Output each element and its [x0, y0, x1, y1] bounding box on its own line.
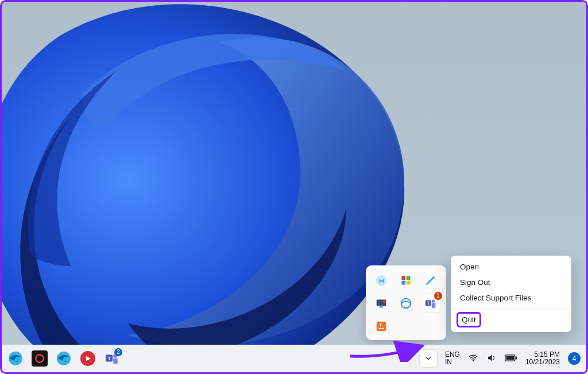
tray-icon-teams[interactable]: T 1 [421, 294, 440, 313]
wifi-icon[interactable] [468, 353, 478, 365]
tray-icon-edge-ie[interactable] [397, 294, 415, 313]
language-indicator[interactable]: ENG IN [445, 351, 460, 365]
taskbar-app-record[interactable] [80, 350, 96, 367]
tray-overflow-popup: ⋈ T 1 [366, 265, 446, 340]
svg-rect-3 [407, 276, 411, 280]
tray-icon-java[interactable] [372, 317, 390, 336]
screenshot-frame: ⋈ T 1 Open Sign Out Collect Support File… [0, 0, 588, 374]
menu-quit[interactable]: Quit [457, 312, 481, 327]
svg-text:T: T [427, 301, 430, 306]
teams-context-menu: Open Sign Out Collect Support Files Quit [451, 256, 571, 332]
clock[interactable]: 5:15 PM 10/21/2023 [525, 351, 560, 366]
svg-rect-23 [516, 356, 517, 359]
taskbar-teams-badge: 2 [114, 348, 122, 356]
taskbar: T 2 ENG IN 5:15 PM 10/2 [2, 345, 586, 372]
svg-rect-7 [380, 307, 384, 308]
svg-rect-5 [407, 281, 411, 285]
tray-icon-display[interactable] [372, 294, 390, 313]
menu-sign-out[interactable]: Sign Out [451, 275, 571, 290]
svg-text:⋈: ⋈ [379, 278, 384, 284]
taskbar-app-teams[interactable]: T 2 [104, 350, 120, 367]
svg-point-8 [383, 300, 386, 304]
svg-rect-2 [401, 276, 405, 280]
svg-point-21 [473, 360, 474, 361]
menu-separator [451, 308, 571, 309]
svg-point-15 [36, 354, 44, 363]
taskbar-pinned-apps: T 2 [2, 350, 120, 367]
taskbar-app-opera[interactable] [32, 350, 48, 367]
menu-collect-support[interactable]: Collect Support Files [451, 290, 571, 306]
menu-open[interactable]: Open [451, 259, 571, 275]
svg-point-12 [431, 300, 435, 303]
tray-teams-badge: 1 [434, 292, 442, 300]
tray-icon-generic-1[interactable]: ⋈ [372, 271, 390, 290]
svg-rect-24 [506, 356, 514, 360]
svg-rect-13 [377, 322, 386, 331]
taskbar-app-edge[interactable] [7, 350, 24, 367]
volume-icon[interactable] [486, 353, 497, 365]
lang-line2: IN [445, 358, 460, 366]
tray-icon-security[interactable] [397, 271, 415, 290]
notification-count[interactable]: 4 [568, 352, 581, 365]
battery-icon[interactable] [505, 354, 517, 364]
taskbar-app-edge-2[interactable] [56, 350, 72, 367]
svg-rect-4 [401, 281, 405, 285]
svg-point-9 [401, 299, 411, 309]
chevron-down-icon [424, 354, 432, 363]
svg-text:T: T [107, 355, 111, 361]
tray-icon-pen[interactable] [421, 271, 440, 290]
tray-overflow-button[interactable] [420, 350, 437, 367]
taskbar-systray: ENG IN 5:15 PM 10/21/2023 4 [420, 350, 586, 367]
clock-date: 10/21/2023 [525, 358, 560, 366]
